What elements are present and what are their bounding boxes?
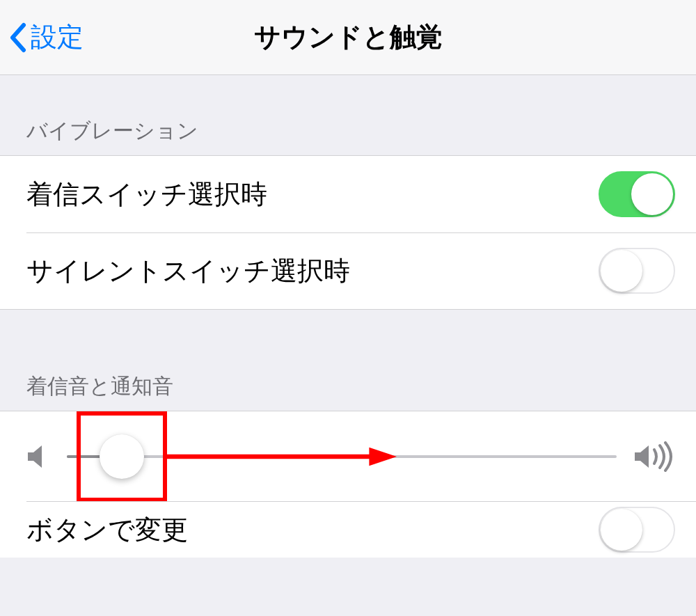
switch-vibrate-on-silent[interactable] bbox=[599, 248, 675, 294]
volume-min-icon bbox=[26, 443, 50, 471]
volume-slider[interactable] bbox=[67, 455, 617, 458]
page-title: サウンドと触覚 bbox=[0, 19, 696, 55]
switch-knob bbox=[601, 509, 642, 551]
switch-knob bbox=[631, 173, 673, 215]
annotation-arrow-icon bbox=[167, 443, 397, 471]
section-header-vibration: バイブレーション bbox=[0, 75, 696, 155]
switch-vibrate-on-ring[interactable] bbox=[599, 171, 675, 217]
group-vibration: 着信スイッチ選択時 サイレントスイッチ選択時 bbox=[0, 155, 696, 310]
section-header-ringer: 着信音と通知音 bbox=[0, 331, 696, 411]
switch-knob bbox=[601, 250, 642, 292]
row-label: サイレントスイッチ選択時 bbox=[26, 253, 350, 289]
back-button[interactable]: 設定 bbox=[0, 19, 84, 55]
row-volume-slider bbox=[0, 411, 696, 502]
svg-marker-1 bbox=[369, 448, 397, 466]
row-vibrate-on-ring[interactable]: 着信スイッチ選択時 bbox=[0, 156, 696, 232]
chevron-left-icon bbox=[8, 22, 26, 53]
row-label: 着信スイッチ選択時 bbox=[26, 177, 267, 212]
navbar: 設定 サウンドと触覚 bbox=[0, 0, 696, 75]
switch-change-with-buttons[interactable] bbox=[599, 507, 675, 553]
row-vibrate-on-silent[interactable]: サイレントスイッチ選択時 bbox=[0, 232, 696, 309]
row-change-with-buttons[interactable]: ボタンで変更 bbox=[0, 502, 696, 558]
slider-thumb[interactable] bbox=[100, 434, 144, 479]
back-label: 設定 bbox=[31, 19, 84, 55]
row-label: ボタンで変更 bbox=[26, 512, 188, 548]
group-ringer: ボタンで変更 bbox=[0, 411, 696, 558]
volume-max-icon bbox=[633, 441, 675, 472]
